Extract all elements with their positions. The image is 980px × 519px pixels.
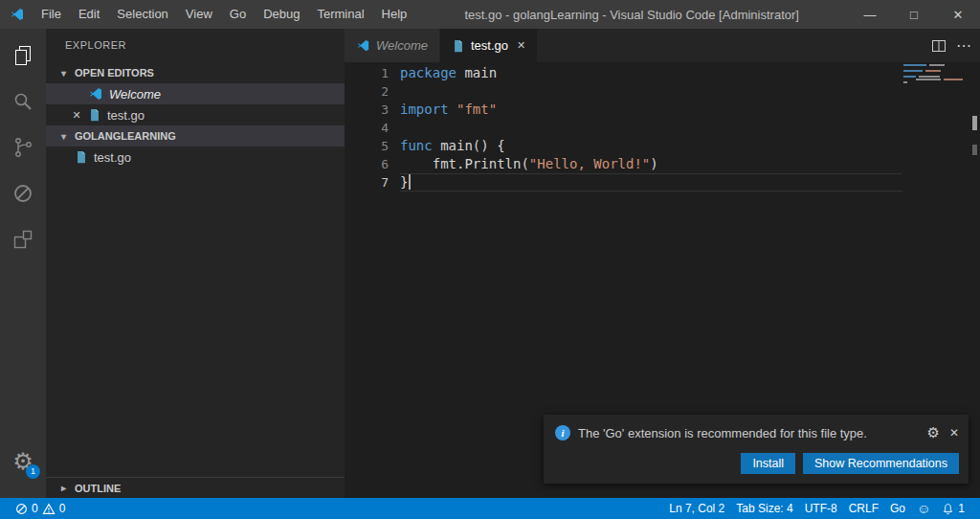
warning-icon: [42, 503, 56, 515]
warning-count: 0: [59, 502, 66, 515]
menu-debug[interactable]: Debug: [255, 0, 308, 29]
notification-message: The 'Go' extension is recommended for th…: [578, 426, 919, 440]
open-editor-item-welcome[interactable]: Welcome: [46, 83, 345, 104]
go-file-icon: [75, 150, 88, 164]
window-title: test.go - golangLearning - Visual Studio…: [415, 8, 848, 22]
text-cursor: [409, 174, 411, 190]
chevron-down-icon: ▾: [61, 131, 75, 142]
folder-label: GOLANGLEARNING: [75, 130, 176, 142]
open-editor-item-testgo[interactable]: ✕ test.go: [46, 104, 345, 125]
code-token: "Hello, World!": [529, 156, 650, 171]
search-icon[interactable]: [0, 79, 46, 124]
eol-indicator[interactable]: CRLF: [843, 502, 884, 515]
titlebar: File Edit Selection View Go Debug Termin…: [0, 0, 980, 29]
open-editors-header[interactable]: ▾ OPEN EDITORS: [46, 62, 345, 83]
error-icon: [15, 503, 28, 515]
overview-ruler-mark: [972, 116, 977, 130]
notification-gear-icon[interactable]: ⚙: [926, 424, 939, 441]
code-line: 1 package main: [345, 64, 980, 82]
vscode-logo-icon: [356, 38, 370, 53]
code-line: 2: [345, 82, 980, 101]
notification-toast: i The 'Go' extension is recommended for …: [544, 415, 969, 484]
line-number: 4: [345, 119, 389, 137]
code-token: "fmt": [457, 102, 497, 117]
split-editor-icon[interactable]: [931, 38, 947, 54]
minimize-button[interactable]: —: [848, 0, 892, 29]
code-token: func: [400, 138, 433, 153]
outline-label: OUTLINE: [75, 483, 121, 494]
code-token: }: [400, 174, 408, 190]
cursor-position[interactable]: Ln 7, Col 2: [663, 502, 730, 515]
line-number: 6: [345, 155, 389, 173]
go-file-icon: [88, 108, 101, 122]
maximize-button[interactable]: □: [892, 0, 936, 29]
tab-bar: Welcome test.go ✕ ⋯: [345, 29, 980, 62]
menu-edit[interactable]: Edit: [70, 0, 108, 29]
debug-icon[interactable]: [0, 170, 46, 216]
notification-close-icon[interactable]: ✕: [949, 426, 959, 440]
tree-item-testgo[interactable]: test.go: [46, 147, 345, 168]
open-editor-welcome-label: Welcome: [109, 87, 161, 102]
sidebar-title: EXPLORER: [46, 29, 345, 62]
code-token: ): [650, 156, 657, 171]
code-line: 6 fmt.Println("Hello, World!"): [345, 155, 980, 173]
outline-section-header[interactable]: ▸ OUTLINE: [46, 477, 345, 498]
menu-file[interactable]: File: [33, 0, 70, 29]
menu-selection[interactable]: Selection: [108, 0, 176, 29]
chevron-down-icon: ▾: [61, 68, 75, 79]
notifications-bell[interactable]: 1: [936, 502, 970, 515]
overview-ruler-mark: [972, 145, 977, 155]
close-editor-icon[interactable]: ✕: [69, 109, 84, 122]
code-line-current: 7 }: [345, 173, 980, 192]
code-token: main: [457, 65, 497, 80]
tab-testgo[interactable]: test.go ✕: [440, 29, 538, 62]
vscode-window: File Edit Selection View Go Debug Termin…: [0, 0, 980, 519]
go-file-icon: [452, 39, 465, 53]
tab-welcome-label: Welcome: [376, 38, 428, 53]
tab-welcome[interactable]: Welcome: [345, 29, 440, 62]
source-control-icon[interactable]: [0, 124, 46, 170]
line-number: 1: [345, 64, 389, 82]
explorer-icon[interactable]: [0, 33, 46, 79]
vscode-logo-icon: [10, 7, 25, 22]
line-number: 5: [345, 137, 389, 155]
tab-testgo-label: test.go: [471, 38, 508, 53]
line-number: 7: [345, 173, 389, 192]
settings-badge: 1: [26, 464, 40, 479]
install-button[interactable]: Install: [741, 453, 795, 474]
bell-icon: [942, 503, 954, 515]
explorer-sidebar: EXPLORER ▾ OPEN EDITORS Welcome ✕ test.g…: [46, 29, 345, 498]
code-token: package: [400, 65, 457, 80]
show-recommendations-button[interactable]: Show Recommendations: [803, 453, 959, 474]
info-icon: i: [555, 425, 570, 440]
extensions-icon[interactable]: [0, 216, 46, 262]
line-number: 3: [345, 101, 389, 119]
activity-bar: ⚙ 1: [0, 29, 46, 498]
language-mode[interactable]: Go: [884, 502, 911, 515]
code-token: import: [400, 102, 457, 117]
open-editor-testgo-label: test.go: [107, 108, 145, 123]
folder-header-golanglearning[interactable]: ▾ GOLANGLEARNING: [46, 125, 345, 147]
feedback-smiley-icon[interactable]: ☺: [911, 501, 936, 516]
code-line: 4: [345, 119, 980, 137]
editor-actions: ⋯: [931, 29, 980, 62]
settings-gear-icon[interactable]: ⚙ 1: [0, 448, 46, 475]
more-actions-icon[interactable]: ⋯: [956, 36, 972, 55]
menu-terminal[interactable]: Terminal: [308, 0, 372, 29]
encoding-indicator[interactable]: UTF-8: [799, 502, 843, 515]
menu-view[interactable]: View: [177, 0, 221, 29]
code-line: 3 import "fmt": [345, 101, 980, 119]
vscode-logo-icon: [88, 86, 103, 102]
problems-indicator[interactable]: 0 0: [10, 502, 71, 515]
close-button[interactable]: ✕: [936, 0, 980, 29]
code-line: 5 func main() {: [345, 137, 980, 155]
menu-go[interactable]: Go: [221, 0, 255, 29]
tree-item-testgo-label: test.go: [94, 150, 131, 165]
chevron-right-icon: ▸: [61, 483, 75, 493]
minimap[interactable]: [903, 64, 967, 84]
line-number: 2: [345, 82, 389, 101]
code-token: fmt.Println(: [400, 156, 529, 171]
menu-help[interactable]: Help: [373, 0, 416, 29]
tab-size-indicator[interactable]: Tab Size: 4: [730, 502, 798, 515]
tab-close-icon[interactable]: ✕: [517, 39, 525, 52]
